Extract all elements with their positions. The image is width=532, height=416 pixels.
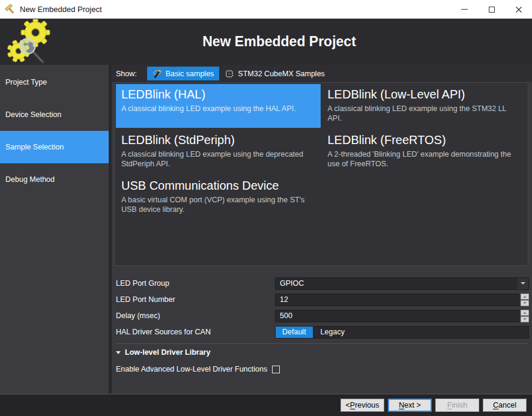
sample-title: LEDBlink (HAL) (121, 86, 315, 103)
collapse-triangle-icon (116, 351, 121, 354)
sample-list-panel: LEDBlink (HAL) A classical blinking LED … (114, 82, 528, 266)
sample-description: A classical blinking LED example using t… (328, 104, 522, 123)
checkbox-label: Enable Advanced Low-Level Driver Functio… (116, 365, 267, 373)
gears-magnifier-icon (0, 19, 62, 65)
section-title: Low-level Driver Library (125, 348, 210, 357)
setting-row-delay-msec: Delay (msec) 500 (116, 309, 529, 322)
sidebar-item-label: Project Type (5, 78, 47, 86)
settings-separator (116, 343, 528, 344)
tab-basic-samples[interactable]: Basic samples (147, 67, 220, 80)
finish-button[interactable]: Finish (435, 399, 479, 412)
maximize-button[interactable] (478, 0, 505, 19)
magic-wand-icon (153, 69, 162, 79)
sidebar-item-debug-method[interactable]: Debug Method (0, 163, 109, 196)
close-icon (515, 6, 522, 13)
advanced-driver-functions-row: Enable Advanced Low-Level Driver Functio… (116, 365, 529, 373)
setting-label: Delay (msec) (116, 312, 275, 320)
wizard-header: New Embedded Project (0, 19, 532, 65)
cancel-button[interactable]: Cancel (483, 399, 527, 412)
new-embedded-project-window: New Embedded Project (0, 0, 532, 416)
setting-row-led-port-group: LED Port Group GPIOC (116, 277, 529, 290)
hal-driver-sources-toggle: Default Legacy (275, 326, 529, 339)
led-port-group-dropdown[interactable]: GPIOC (275, 277, 529, 290)
delay-msec-stepper (521, 310, 529, 322)
sample-description: A classical blinking LED example using t… (121, 149, 315, 169)
input-value: 12 (280, 295, 288, 304)
sample-tile-ledblink-freertos[interactable]: LEDBlink (FreeRTOS) A 2-threaded 'Blinki… (322, 130, 527, 173)
sample-title: LEDBlink (StdPeriph) (121, 132, 315, 148)
setting-label: HAL Driver Sources for CAN (116, 328, 275, 336)
sample-title: USB Communications Device (121, 178, 315, 194)
sidebar-item-label: Debug Method (5, 175, 55, 184)
show-label: Show: (116, 70, 137, 78)
hammer-icon (5, 4, 16, 15)
sample-tile-ledblink-hal[interactable]: LEDBlink (HAL) A classical blinking LED … (116, 84, 321, 128)
toggle-option-default[interactable]: Default (276, 327, 313, 338)
button-label: revious (355, 401, 379, 409)
sample-description: A basic virtual COM port (VCP) example u… (121, 195, 315, 214)
spinner-up-button[interactable] (521, 294, 529, 300)
setting-label: LED Port Number (116, 295, 275, 304)
wizard-footer: < Previous Next > Finish Cancel (0, 394, 532, 416)
button-access-key: N (399, 401, 404, 409)
minimize-icon (461, 9, 468, 10)
main-panel: Show: Basic samples (112, 65, 532, 394)
button-label: inish (452, 401, 467, 409)
sample-tile-ledblink-low-level[interactable]: LEDBlink (Low-Level API) A classical bli… (322, 84, 527, 128)
button-access-key: F (447, 401, 452, 409)
window-title: New Embedded Project (20, 5, 451, 14)
spinner-up-button[interactable] (521, 310, 529, 316)
toggle-option-legacy[interactable]: Legacy (313, 327, 352, 338)
sidebar-item-project-type[interactable]: Project Type (0, 66, 109, 98)
triangle-down-icon (523, 318, 527, 321)
input-value: 500 (280, 312, 292, 320)
button-label: ancel (498, 401, 516, 409)
sidebar-item-label: Device Selection (5, 110, 61, 119)
tab-stm32-cubemx-samples[interactable]: STM32 CubeMX Samples (219, 67, 330, 80)
minimize-button[interactable] (451, 0, 478, 19)
wizard-content: Project Type Device Selection Sample Sel… (0, 65, 532, 394)
sample-tile-ledblink-stdperiph[interactable]: LEDBlink (StdPeriph) A classical blinkin… (116, 130, 321, 173)
sample-settings: LED Port Group GPIOC LED Port Number 12 (112, 266, 532, 394)
chip-icon (225, 69, 234, 79)
sample-description: A 2-threaded 'Blinking LED' example demo… (328, 149, 522, 169)
sample-grid: LEDBlink (HAL) A classical blinking LED … (116, 84, 527, 219)
maximize-icon (489, 7, 495, 13)
window-controls (451, 0, 532, 19)
setting-row-hal-driver-sources: HAL Driver Sources for CAN Default Legac… (116, 325, 529, 339)
sample-description: A classical blinking LED example using t… (121, 104, 315, 113)
sidebar-item-device-selection[interactable]: Device Selection (0, 98, 109, 131)
triangle-up-icon (523, 312, 527, 314)
button-label: ext > (404, 401, 420, 409)
button-label: < (346, 401, 350, 409)
low-level-driver-library-section-header[interactable]: Low-level Driver Library (116, 348, 529, 357)
close-button[interactable] (505, 0, 532, 19)
chevron-down-icon (521, 282, 525, 285)
sidebar-item-label: Sample Selection (5, 143, 64, 151)
sidebar-item-sample-selection[interactable]: Sample Selection (0, 131, 109, 163)
spinner-down-button[interactable] (521, 300, 529, 306)
button-access-key: C (493, 401, 498, 409)
advanced-driver-functions-checkbox[interactable] (272, 366, 280, 373)
triangle-down-icon (523, 302, 527, 304)
page-title: New Embedded Project (62, 34, 532, 50)
wizard-steps-sidebar: Project Type Device Selection Sample Sel… (0, 65, 112, 394)
spinner-down-button[interactable] (521, 316, 529, 322)
titlebar: New Embedded Project (0, 0, 532, 19)
led-port-number-input[interactable]: 12 (275, 294, 519, 306)
sample-tile-usb-communications-device[interactable]: USB Communications Device A basic virtua… (116, 175, 321, 219)
tab-label: STM32 CubeMX Samples (238, 70, 325, 78)
button-access-key: P (350, 401, 355, 409)
dropdown-value: GPIOC (280, 279, 304, 288)
delay-msec-input[interactable]: 500 (275, 310, 519, 322)
previous-button[interactable]: < Previous (340, 399, 384, 412)
setting-label: LED Port Group (116, 279, 275, 288)
next-button[interactable]: Next > (388, 399, 432, 412)
tab-label: Basic samples (166, 70, 214, 78)
sample-title: LEDBlink (Low-Level API) (328, 86, 522, 103)
sample-title: LEDBlink (FreeRTOS) (328, 132, 522, 148)
dropdown-arrow-button[interactable] (518, 278, 528, 289)
toggle-option-label: Legacy (321, 328, 345, 336)
led-port-number-stepper (521, 294, 529, 306)
setting-row-led-port-number: LED Port Number 12 (116, 293, 529, 306)
